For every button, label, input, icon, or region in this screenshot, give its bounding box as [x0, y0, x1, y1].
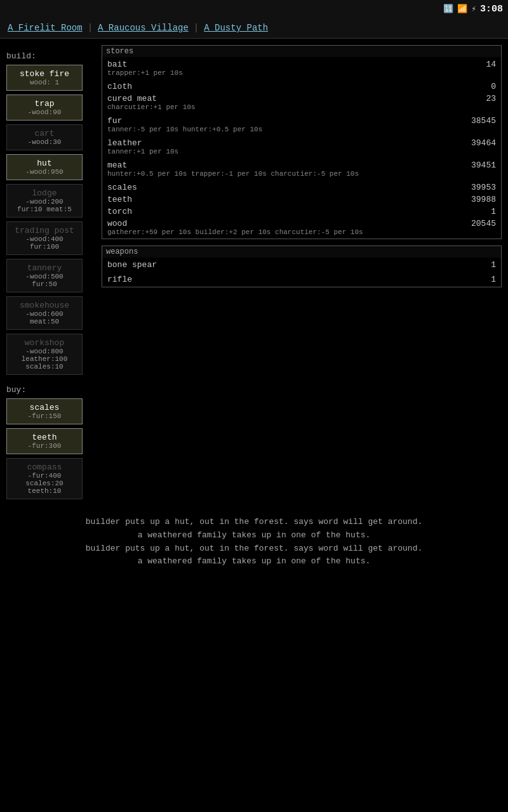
workshop-label: workshop — [10, 338, 79, 348]
store-qty-cloth: 0 — [491, 82, 496, 91]
clock: 3:08 — [480, 4, 503, 15]
store-name-fur: fur — [107, 116, 122, 126]
status-bar: 🔢 📶 ⚡ 3:08 — [0, 0, 508, 18]
network-3g-icon: 🔢 — [443, 4, 453, 14]
weapon-name-bone-spear: bone spear — [107, 260, 157, 270]
lodge-label: lodge — [10, 188, 79, 198]
trap-label: trap — [10, 99, 79, 108]
trading-post-label: trading post — [10, 226, 79, 235]
tab-dusty-path[interactable]: A Dusty Path — [204, 23, 268, 33]
weapon-row-bone-spear: bone spear 1 — [102, 258, 501, 272]
cart-cost: -wood:30 — [10, 138, 79, 146]
weapons-box: weapons bone spear 1 rifle 1 — [102, 246, 502, 287]
store-name-teeth: teeth — [107, 195, 132, 204]
teeth-button[interactable]: teeth -fur:300 — [6, 428, 83, 454]
store-name-bait: bait — [107, 60, 127, 69]
weapon-name-rifle: rifle — [107, 275, 132, 284]
scales-label: scales — [10, 403, 79, 412]
store-qty-scales: 39953 — [471, 183, 496, 192]
trap-button[interactable]: trap -wood:90 — [6, 95, 83, 121]
log-line-2: a weathered family takes up in one of th… — [13, 529, 495, 542]
log-line-1: builder puts up a hut, out in the forest… — [13, 516, 495, 529]
store-name-leather: leather — [107, 138, 142, 148]
build-label: build: — [6, 51, 95, 61]
workshop-button[interactable]: workshop -wood:800leather:100scales:10 — [6, 334, 83, 375]
store-name-meat: meat — [107, 160, 127, 170]
store-qty-bait: 14 — [486, 60, 496, 69]
store-qty-fur: 38545 — [471, 116, 496, 126]
smokehouse-cost: -wood:600meat:50 — [10, 310, 79, 325]
battery-icon: ⚡ — [471, 4, 476, 14]
weapons-title: weapons — [102, 246, 501, 258]
store-rate-wood: gatherer:+59 per 10s builder:+2 per 10s … — [107, 228, 496, 239]
store-row-fur: fur 38545 tanner:-5 per 10s hunter:+0.5 … — [102, 114, 501, 136]
smokehouse-button[interactable]: smokehouse -wood:600meat:50 — [6, 296, 83, 330]
workshop-cost: -wood:800leather:100scales:10 — [10, 348, 79, 370]
cart-button[interactable]: cart -wood:30 — [6, 124, 83, 150]
lodge-cost: -wood:200fur:10 meat:5 — [10, 198, 79, 213]
stoke-fire-button[interactable]: stoke fire wood: 1 — [6, 65, 83, 91]
weapon-qty-bone-spear: 1 — [491, 260, 496, 270]
nav-tabs: A Firelit Room | A Raucous Village | A D… — [0, 18, 508, 39]
tab-raucous-village[interactable]: A Raucous Village — [98, 23, 189, 33]
teeth-cost: -fur:300 — [10, 442, 79, 450]
store-qty-teeth: 39988 — [471, 195, 496, 204]
signal-icon: 📶 — [457, 4, 467, 14]
store-name-cured-meat: cured meat — [107, 94, 157, 103]
store-qty-torch: 1 — [491, 207, 496, 216]
store-row-bait: bait 14 trapper:+1 per 10s — [102, 57, 501, 79]
stoke-fire-cost: wood: 1 — [10, 79, 79, 86]
store-rate-meat: hunter:+0.5 per 10s trapper:-1 per 10s c… — [107, 170, 496, 180]
store-name-cloth: cloth — [107, 82, 132, 91]
stores-title: stores — [102, 46, 501, 57]
store-rate-bait: trapper:+1 per 10s — [107, 69, 496, 79]
store-row-meat: meat 39451 hunter:+0.5 per 10s trapper:-… — [102, 158, 501, 180]
tannery-button[interactable]: tannery -wood:500fur:50 — [6, 259, 83, 292]
compass-label: compass — [10, 462, 79, 472]
store-name-wood: wood — [107, 219, 127, 228]
store-row-cloth: cloth 0 — [102, 79, 501, 91]
store-qty-wood: 20545 — [471, 219, 496, 228]
compass-button[interactable]: compass -fur:400scales:20teeth:10 — [6, 458, 83, 499]
tab-firelit-room[interactable]: A Firelit Room — [8, 23, 83, 33]
trading-post-button[interactable]: trading post -wood:400fur:100 — [6, 221, 83, 255]
store-qty-leather: 39464 — [471, 138, 496, 148]
lodge-button[interactable]: lodge -wood:200fur:10 meat:5 — [6, 184, 83, 218]
tannery-label: tannery — [10, 263, 79, 273]
log-line-3: builder puts up a hut, out in the forest… — [13, 542, 495, 556]
right-panel: stores bait 14 trapper:+1 per 10s cloth … — [102, 45, 502, 503]
buy-label: buy: — [6, 385, 95, 395]
store-name-scales: scales — [107, 183, 137, 192]
weapon-qty-rifle: 1 — [491, 275, 496, 284]
store-qty-cured-meat: 23 — [486, 94, 496, 103]
left-panel: build: stoke fire wood: 1 trap -wood:90 … — [6, 45, 95, 503]
cart-label: cart — [10, 129, 79, 138]
stores-box: stores bait 14 trapper:+1 per 10s cloth … — [102, 45, 502, 239]
store-row-scales: scales 39953 — [102, 180, 501, 192]
store-qty-meat: 39451 — [471, 160, 496, 170]
smokehouse-label: smokehouse — [10, 301, 79, 310]
tannery-cost: -wood:500fur:50 — [10, 273, 79, 288]
store-row-cured-meat: cured meat 23 charcutier:+1 per 10s — [102, 91, 501, 114]
store-rate-cured-meat: charcutier:+1 per 10s — [107, 103, 496, 114]
scales-cost: -fur:150 — [10, 412, 79, 420]
scales-button[interactable]: scales -fur:150 — [6, 398, 83, 424]
store-rate-fur: tanner:-5 per 10s hunter:+0.5 per 10s — [107, 126, 496, 136]
hut-button[interactable]: hut -wood:950 — [6, 154, 83, 180]
hut-cost: -wood:950 — [10, 168, 79, 176]
trap-cost: -wood:90 — [10, 108, 79, 116]
store-row-wood: wood 20545 gatherer:+59 per 10s builder:… — [102, 216, 501, 239]
store-rate-leather: tanner:+1 per 10s — [107, 148, 496, 158]
log-area: builder puts up a hut, out in the forest… — [0, 509, 508, 575]
store-row-leather: leather 39464 tanner:+1 per 10s — [102, 136, 501, 158]
stoke-fire-label: stoke fire — [10, 69, 79, 79]
main-layout: build: stoke fire wood: 1 trap -wood:90 … — [0, 39, 508, 509]
log-line-4: a weathered family takes up in one of th… — [13, 555, 495, 568]
weapon-row-rifle: rifle 1 — [102, 272, 501, 287]
teeth-label: teeth — [10, 433, 79, 442]
hut-label: hut — [10, 159, 79, 168]
trading-post-cost: -wood:400fur:100 — [10, 235, 79, 251]
store-row-teeth: teeth 39988 — [102, 192, 501, 204]
compass-cost: -fur:400scales:20teeth:10 — [10, 472, 79, 495]
store-name-torch: torch — [107, 207, 132, 216]
